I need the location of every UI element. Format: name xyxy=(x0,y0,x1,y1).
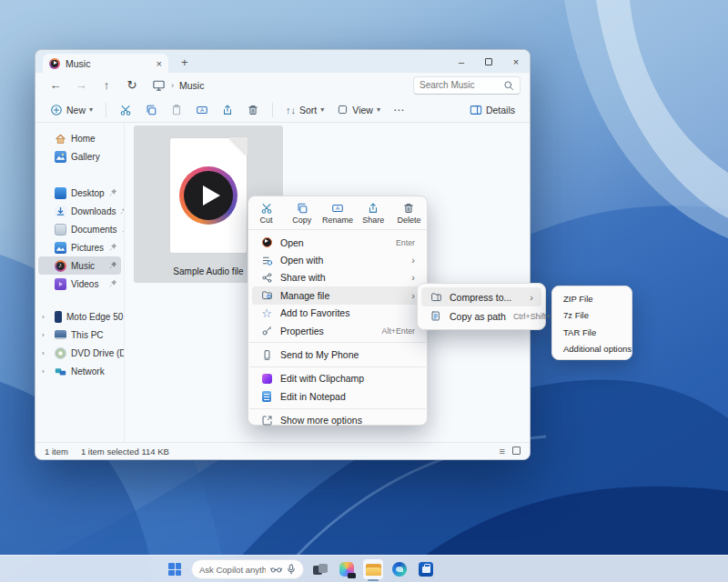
start-button[interactable] xyxy=(165,559,185,579)
sidebar-item-network[interactable]: › Network xyxy=(38,362,121,380)
submenu-item-zip-file[interactable]: ZIP File xyxy=(556,290,628,307)
paste-button[interactable] xyxy=(165,99,188,121)
share-quick-button[interactable]: Share xyxy=(357,198,390,227)
refresh-button[interactable]: ↻ xyxy=(121,75,143,95)
desktop-icon xyxy=(55,187,66,199)
submenu-chevron-icon: › xyxy=(411,255,415,266)
cut-quick-button[interactable]: Cut xyxy=(249,198,283,227)
menu-item-open-with[interactable]: Open with › xyxy=(252,251,423,268)
menu-item-show-more-options[interactable]: Show more options xyxy=(252,412,423,429)
submenu-item-copy-as-path[interactable]: Copy as path Ctrl+Shift+C xyxy=(421,306,541,326)
delete-button[interactable] xyxy=(241,99,265,121)
menu-item-shortcut: Enter xyxy=(396,238,415,247)
quick-action-label: Delete xyxy=(397,216,420,225)
menu-separator xyxy=(249,366,426,367)
rename-quick-button[interactable]: A Rename xyxy=(320,198,354,227)
cut-icon xyxy=(260,202,273,215)
sidebar-item-documents[interactable]: Documents xyxy=(38,220,121,238)
cut-button[interactable] xyxy=(114,99,137,121)
sort-button[interactable]: ↑↓ Sort ▾ xyxy=(280,99,329,121)
see-more-button[interactable]: ⋯ xyxy=(388,99,410,121)
context-menu-list: Open Enter Open with › Share with › Mana… xyxy=(248,230,427,433)
new-tab-button[interactable]: + xyxy=(181,55,188,69)
icon-view-toggle[interactable] xyxy=(512,447,521,457)
details-button[interactable]: Details xyxy=(464,99,521,121)
view-icon xyxy=(337,104,349,115)
sidebar-item-moto-edge[interactable]: › Moto Edge 50 Neo xyxy=(38,307,121,326)
back-button[interactable]: ← xyxy=(45,75,66,95)
rename-button[interactable]: A xyxy=(190,99,214,121)
menu-item-edit-with-clipchamp[interactable]: Edit with Clipchamp xyxy=(252,370,423,387)
menu-item-manage-file[interactable]: Manage file › xyxy=(252,286,423,304)
share-with-icon xyxy=(260,272,273,284)
maximize-button[interactable] xyxy=(475,50,502,73)
sidebar-item-gallery[interactable]: Gallery xyxy=(38,147,121,166)
submenu-item-compress-to[interactable]: Compress to... › xyxy=(421,287,541,306)
close-button[interactable]: × xyxy=(502,50,530,73)
breadcrumb-location: Music xyxy=(179,80,204,91)
sidebar-item-dvd-drive[interactable]: › DVD Drive (D:) CCC xyxy=(38,344,121,362)
command-bar: New ▾ A ↑↓ xyxy=(35,97,530,123)
menu-item-share-with[interactable]: Share with › xyxy=(252,269,423,286)
menu-item-add-to-favorites[interactable]: ☆ Add to Favorites xyxy=(252,305,423,322)
tab-close-icon[interactable]: × xyxy=(157,58,162,69)
menu-item-properties[interactable]: Properties Alt+Enter xyxy=(252,322,423,339)
menu-item-label: Show more options xyxy=(280,415,415,426)
search-input[interactable] xyxy=(420,80,500,90)
sidebar-item-desktop[interactable]: Desktop xyxy=(38,184,121,202)
sidebar-item-downloads[interactable]: Downloads xyxy=(38,202,121,220)
search-box[interactable] xyxy=(413,76,521,95)
taskbar-search[interactable]: Ask Copilot anything xyxy=(191,559,304,579)
menu-item-edit-in-notepad[interactable]: Edit in Notepad xyxy=(252,387,423,405)
list-view-toggle[interactable]: ≡ xyxy=(500,446,505,457)
share-icon xyxy=(221,104,234,116)
chevron-down-icon: ▾ xyxy=(89,105,93,114)
menu-item-open[interactable]: Open Enter xyxy=(252,234,423,251)
expand-chevron-icon: › xyxy=(42,367,50,376)
sidebar-item-videos[interactable]: Videos xyxy=(38,275,121,293)
sidebar-item-this-pc[interactable]: › This PC xyxy=(38,326,121,344)
sidebar-item-home[interactable]: Home xyxy=(38,129,121,147)
submenu-item-tar-file[interactable]: TAR File xyxy=(556,324,628,341)
network-icon xyxy=(55,366,66,377)
view-button[interactable]: View ▾ xyxy=(331,99,386,121)
tab-music[interactable]: Music × xyxy=(43,54,168,73)
toolbar-divider xyxy=(106,103,106,117)
up-button[interactable]: ↑ xyxy=(96,75,117,95)
new-button[interactable]: New ▾ xyxy=(45,99,98,121)
store-button[interactable] xyxy=(416,559,436,579)
downloads-icon xyxy=(55,206,66,217)
copy-button[interactable] xyxy=(139,99,163,121)
menu-item-label: Open with xyxy=(280,255,404,266)
menu-item-label: TAR File xyxy=(563,327,621,337)
music-icon: ♪ xyxy=(55,260,66,272)
forward-button[interactable]: → xyxy=(70,75,92,95)
minimize-button[interactable]: – xyxy=(448,50,475,73)
menu-item-send-to-my-phone[interactable]: Send to My Phone xyxy=(252,346,423,363)
submenu-item-additional-options[interactable]: Additional options xyxy=(556,341,628,358)
sidebar-item-pictures[interactable]: Pictures xyxy=(38,238,121,256)
breadcrumb[interactable]: › Music xyxy=(152,78,410,92)
submenu-item-7z-file[interactable]: 7z File xyxy=(556,307,628,325)
sidebar-item-label: Videos xyxy=(71,279,98,289)
copilot-button[interactable] xyxy=(337,559,357,579)
media-player-play-icon xyxy=(179,166,238,225)
menu-item-label: Edit in Notepad xyxy=(280,391,415,402)
copilot-icon xyxy=(339,562,354,577)
copy-icon xyxy=(296,202,308,215)
tab-bar: Music × + – × xyxy=(35,50,530,73)
copy-as-path-icon xyxy=(430,310,442,322)
delete-quick-button[interactable]: Delete xyxy=(392,198,426,227)
sidebar-item-label: Pictures xyxy=(71,243,104,253)
task-view-button[interactable] xyxy=(310,559,330,579)
copy-quick-button[interactable]: Copy xyxy=(285,198,318,227)
share-icon xyxy=(367,202,379,215)
submenu-chevron-icon: › xyxy=(411,290,415,301)
edge-button[interactable] xyxy=(389,559,410,579)
file-explorer-button[interactable] xyxy=(363,559,383,579)
sidebar-item-music[interactable]: ♪ Music xyxy=(38,256,121,275)
pin-icon xyxy=(109,188,117,198)
manage-file-submenu: Compress to... › Copy as path Ctrl+Shift… xyxy=(417,283,546,330)
share-button[interactable] xyxy=(216,99,239,121)
music-file-icon xyxy=(49,58,60,69)
